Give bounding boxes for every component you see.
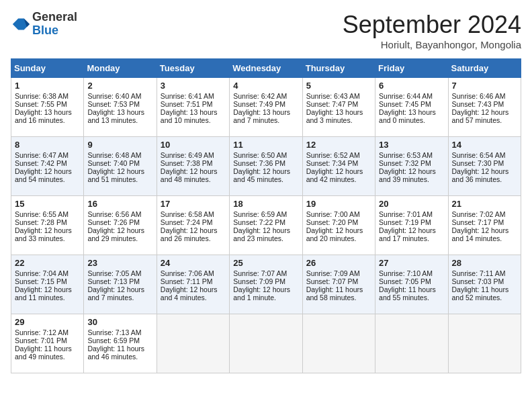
calendar-cell: 2Sunrise: 6:40 AMSunset: 7:53 PMDaylight…	[84, 78, 157, 137]
day-number: 27	[379, 258, 444, 268]
day-info: Sunrise: 6:43 AM	[306, 92, 371, 100]
calendar-cell: 25Sunrise: 7:07 AMSunset: 7:09 PMDayligh…	[230, 255, 302, 314]
logo: General Blue	[11, 11, 77, 38]
day-info: and 33 minutes.	[15, 234, 80, 242]
day-info: and 36 minutes.	[452, 175, 517, 183]
day-info: and 23 minutes.	[233, 234, 298, 242]
day-info: Sunrise: 7:00 AM	[306, 210, 371, 218]
day-info: Sunrise: 7:06 AM	[161, 269, 226, 277]
day-info: Sunrise: 6:54 AM	[452, 151, 517, 159]
day-info: Daylight: 12 hours	[233, 285, 298, 293]
calendar-cell: 1Sunrise: 6:38 AMSunset: 7:55 PMDaylight…	[11, 78, 84, 137]
col-header-thursday: Thursday	[302, 59, 375, 78]
day-number: 15	[15, 199, 80, 209]
location: Horiult, Bayanhongor, Mongolia	[343, 39, 521, 50]
calendar-cell: 28Sunrise: 7:11 AMSunset: 7:03 PMDayligh…	[448, 255, 521, 314]
day-info: Sunset: 7:28 PM	[15, 218, 80, 226]
day-number: 13	[379, 140, 444, 150]
day-info: and 0 minutes.	[379, 116, 444, 124]
day-info: Sunrise: 6:46 AM	[452, 92, 517, 100]
day-info: Sunrise: 6:38 AM	[15, 92, 80, 100]
day-info: Daylight: 12 hours	[379, 167, 444, 175]
day-info: Sunrise: 6:53 AM	[379, 151, 444, 159]
calendar-cell	[230, 314, 302, 373]
calendar-table: SundayMondayTuesdayWednesdayThursdayFrid…	[11, 58, 521, 373]
calendar-cell: 18Sunrise: 6:59 AMSunset: 7:22 PMDayligh…	[230, 196, 302, 255]
day-info: Sunrise: 7:11 AM	[452, 269, 517, 277]
day-info: Daylight: 12 hours	[306, 226, 371, 234]
day-number: 21	[452, 199, 517, 209]
day-number: 25	[233, 258, 298, 268]
day-info: Daylight: 13 hours	[306, 108, 371, 116]
day-info: Sunset: 7:53 PM	[87, 100, 152, 108]
day-info: Sunrise: 6:48 AM	[87, 151, 152, 159]
day-info: Sunrise: 6:47 AM	[15, 151, 80, 159]
day-info: Daylight: 12 hours	[15, 285, 80, 293]
day-info: and 1 minute.	[233, 293, 298, 302]
day-info: and 39 minutes.	[379, 175, 444, 183]
calendar-cell: 14Sunrise: 6:54 AMSunset: 7:30 PMDayligh…	[448, 137, 521, 196]
day-info: Sunrise: 7:05 AM	[87, 269, 152, 277]
day-info: Sunset: 7:32 PM	[379, 159, 444, 167]
calendar-cell: 3Sunrise: 6:41 AMSunset: 7:51 PMDaylight…	[157, 78, 229, 137]
day-info: and 20 minutes.	[306, 234, 371, 242]
day-info: Daylight: 13 hours	[87, 108, 152, 116]
day-info: Sunset: 7:40 PM	[87, 159, 152, 167]
day-info: Sunset: 7:38 PM	[161, 159, 226, 167]
calendar-cell: 29Sunrise: 7:12 AMSunset: 7:01 PMDayligh…	[11, 314, 84, 373]
col-header-saturday: Saturday	[448, 59, 521, 78]
logo-general: General	[32, 10, 77, 24]
day-number: 26	[306, 258, 371, 268]
day-number: 1	[15, 81, 80, 91]
day-info: and 55 minutes.	[379, 293, 444, 302]
calendar-cell: 22Sunrise: 7:04 AMSunset: 7:15 PMDayligh…	[11, 255, 84, 314]
day-info: Sunrise: 6:41 AM	[161, 92, 226, 100]
day-info: Sunset: 7:17 PM	[452, 218, 517, 226]
day-info: Daylight: 12 hours	[15, 167, 80, 175]
day-info: Sunset: 7:05 PM	[379, 277, 444, 285]
calendar-cell: 12Sunrise: 6:52 AMSunset: 7:34 PMDayligh…	[302, 137, 375, 196]
calendar-cell: 20Sunrise: 7:01 AMSunset: 7:19 PMDayligh…	[375, 196, 448, 255]
day-number: 10	[161, 140, 226, 150]
day-info: Daylight: 12 hours	[161, 285, 226, 293]
calendar-cell: 16Sunrise: 6:56 AMSunset: 7:26 PMDayligh…	[84, 196, 157, 255]
day-number: 4	[233, 81, 298, 91]
day-number: 6	[379, 81, 444, 91]
day-info: and 26 minutes.	[161, 234, 226, 242]
calendar-cell: 23Sunrise: 7:05 AMSunset: 7:13 PMDayligh…	[84, 255, 157, 314]
day-info: Sunset: 7:01 PM	[15, 336, 80, 345]
day-info: and 46 minutes.	[87, 353, 152, 361]
calendar-cell: 7Sunrise: 6:46 AMSunset: 7:43 PMDaylight…	[448, 78, 521, 137]
day-info: Sunrise: 7:02 AM	[452, 210, 517, 218]
day-info: Daylight: 13 hours	[233, 108, 298, 116]
day-info: and 14 minutes.	[452, 234, 517, 242]
calendar-cell: 13Sunrise: 6:53 AMSunset: 7:32 PMDayligh…	[375, 137, 448, 196]
calendar-cell: 21Sunrise: 7:02 AMSunset: 7:17 PMDayligh…	[448, 196, 521, 255]
day-info: Daylight: 12 hours	[233, 167, 298, 175]
logo-blue: Blue	[32, 24, 58, 37]
day-info: Sunrise: 6:59 AM	[233, 210, 298, 218]
day-info: and 4 minutes.	[161, 293, 226, 302]
day-info: Sunrise: 7:13 AM	[87, 328, 152, 336]
day-info: Sunset: 7:09 PM	[233, 277, 298, 285]
day-info: Sunset: 7:22 PM	[233, 218, 298, 226]
day-info: Daylight: 12 hours	[161, 167, 226, 175]
calendar-cell	[302, 314, 375, 373]
day-info: and 49 minutes.	[15, 353, 80, 361]
day-info: and 17 minutes.	[379, 234, 444, 242]
day-info: and 13 minutes.	[87, 116, 152, 124]
day-info: Sunset: 7:45 PM	[379, 100, 444, 108]
day-number: 20	[379, 199, 444, 209]
day-info: Daylight: 12 hours	[87, 167, 152, 175]
calendar-cell: 6Sunrise: 6:44 AMSunset: 7:45 PMDaylight…	[375, 78, 448, 137]
day-info: Sunrise: 6:55 AM	[15, 210, 80, 218]
col-header-sunday: Sunday	[11, 59, 84, 78]
day-info: Sunset: 7:26 PM	[87, 218, 152, 226]
day-number: 17	[161, 199, 226, 209]
day-info: Sunset: 7:55 PM	[15, 100, 80, 108]
calendar-cell: 9Sunrise: 6:48 AMSunset: 7:40 PMDaylight…	[84, 137, 157, 196]
day-number: 28	[452, 258, 517, 268]
col-header-friday: Friday	[375, 59, 448, 78]
calendar-cell: 4Sunrise: 6:42 AMSunset: 7:49 PMDaylight…	[230, 78, 302, 137]
day-number: 16	[87, 199, 152, 209]
